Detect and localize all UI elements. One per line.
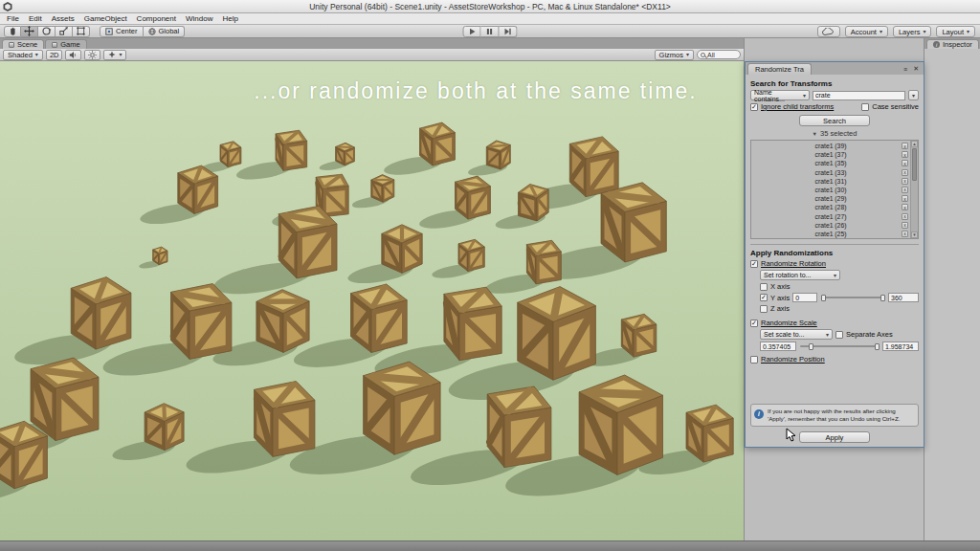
x-axis-checkbox[interactable] bbox=[760, 283, 768, 291]
filter-history-dropdown[interactable]: ▾ bbox=[908, 90, 919, 100]
layers-dropdown[interactable]: Layers▾ bbox=[893, 26, 932, 37]
menu-help[interactable]: Help bbox=[217, 13, 242, 24]
foldout-icon: ▼ bbox=[813, 131, 817, 137]
scale-min-input[interactable] bbox=[760, 342, 796, 351]
play-button[interactable] bbox=[463, 26, 481, 37]
filter-type-dropdown[interactable]: Name contains...▾ bbox=[750, 90, 810, 100]
tab-scene[interactable]: Scene bbox=[2, 39, 44, 49]
window-close-button[interactable]: ✕ bbox=[910, 63, 922, 75]
remove-result-button[interactable]: x bbox=[902, 213, 908, 220]
rotation-max-input[interactable] bbox=[888, 293, 919, 302]
scale-range-slider[interactable] bbox=[799, 342, 880, 351]
tab-game[interactable]: Game bbox=[45, 39, 86, 49]
rotation-range-slider[interactable] bbox=[820, 293, 885, 302]
remove-result-button[interactable]: x bbox=[902, 195, 908, 202]
2d-toggle-button[interactable]: 2D bbox=[46, 50, 63, 60]
result-row[interactable]: crate1 (26)x bbox=[751, 221, 910, 230]
slider-min-handle[interactable] bbox=[821, 295, 826, 301]
scroll-down-icon[interactable]: ▼ bbox=[911, 231, 918, 238]
step-button[interactable] bbox=[500, 26, 518, 37]
lighting-toggle-button[interactable] bbox=[84, 50, 100, 60]
rotate-icon bbox=[41, 26, 52, 36]
audio-toggle-button[interactable] bbox=[65, 50, 81, 60]
selected-foldout[interactable]: ▼ 35 selected bbox=[750, 129, 919, 138]
mouse-cursor bbox=[786, 428, 797, 443]
randomize-position-checkbox[interactable] bbox=[750, 356, 758, 364]
result-row[interactable]: crate1 (33)x bbox=[751, 168, 910, 177]
result-row[interactable]: crate1 (25)x bbox=[751, 230, 910, 238]
remove-result-button[interactable]: x bbox=[902, 222, 908, 229]
pause-button[interactable] bbox=[481, 26, 500, 37]
shading-mode-dropdown[interactable]: Shaded▾ bbox=[3, 50, 43, 60]
remove-result-button[interactable]: x bbox=[902, 151, 908, 158]
results-rows: crate1 (39)x crate1 (37)x crate1 (35)x c… bbox=[751, 141, 910, 238]
rotation-min-input[interactable] bbox=[792, 293, 817, 302]
separate-axes-checkbox[interactable] bbox=[835, 331, 843, 339]
scrollbar-thumb[interactable] bbox=[912, 148, 917, 181]
effects-dropdown[interactable]: ▾ bbox=[103, 50, 126, 60]
menu-gameobject[interactable]: GameObject bbox=[79, 13, 132, 24]
result-row[interactable]: crate1 (39)x bbox=[751, 142, 910, 150]
menu-component[interactable]: Component bbox=[132, 13, 181, 24]
filter-type-label: Name contains... bbox=[754, 89, 801, 102]
remove-result-button[interactable]: x bbox=[902, 187, 908, 193]
randomize-scale-checkbox[interactable]: ✓ bbox=[750, 320, 758, 327]
scroll-up-icon[interactable]: ▲ bbox=[911, 141, 918, 147]
result-row[interactable]: crate1 (37)x bbox=[751, 150, 910, 159]
window-menu-button[interactable]: ≡ bbox=[901, 63, 910, 75]
scale-mode-dropdown[interactable]: Set scale to...▾ bbox=[760, 329, 833, 340]
gizmos-dropdown[interactable]: Gizmos▾ bbox=[655, 50, 694, 60]
slider-min-handle[interactable] bbox=[809, 343, 813, 350]
chevron-down-icon: ▾ bbox=[880, 29, 882, 34]
search-button[interactable]: Search bbox=[799, 115, 870, 126]
remove-result-button[interactable]: x bbox=[902, 160, 908, 166]
slider-max-handle[interactable] bbox=[880, 295, 885, 301]
pivot-mode-button[interactable]: Center bbox=[100, 26, 144, 37]
search-section-heading: Search for Transforms bbox=[750, 79, 919, 88]
rect-tool-button[interactable] bbox=[73, 26, 90, 37]
scale-max-input[interactable] bbox=[882, 342, 919, 351]
result-row[interactable]: crate1 (35)x bbox=[751, 159, 910, 167]
hand-tool-button[interactable] bbox=[4, 26, 21, 37]
remove-result-button[interactable]: x bbox=[902, 204, 908, 210]
space-mode-button[interactable]: Global bbox=[144, 26, 186, 37]
menu-edit[interactable]: Edit bbox=[24, 13, 47, 24]
apply-button[interactable]: Apply bbox=[799, 431, 870, 443]
menu-assets[interactable]: Assets bbox=[47, 13, 79, 24]
filter-value-input[interactable] bbox=[813, 91, 905, 100]
menu-window[interactable]: Window bbox=[181, 13, 217, 24]
remove-result-button[interactable]: x bbox=[902, 169, 908, 176]
remove-result-button[interactable]: x bbox=[902, 143, 908, 149]
status-bar bbox=[0, 540, 980, 551]
randomize-window-tab[interactable]: Randomize Tra bbox=[747, 63, 812, 75]
case-sensitive-checkbox[interactable] bbox=[861, 103, 869, 111]
ignore-children-checkbox[interactable]: ✓ bbox=[750, 103, 758, 111]
z-axis-checkbox[interactable] bbox=[760, 305, 768, 313]
layout-dropdown[interactable]: Layout▾ bbox=[936, 26, 975, 37]
randomize-rotation-checkbox[interactable]: ✓ bbox=[750, 260, 758, 268]
result-row[interactable]: crate1 (29)x bbox=[751, 194, 910, 203]
rotate-tool-button[interactable] bbox=[38, 26, 56, 37]
unity-logo-icon bbox=[3, 2, 12, 11]
scale-tool-button[interactable] bbox=[56, 26, 73, 37]
rotation-mode-dropdown[interactable]: Set rotation to...▾ bbox=[760, 270, 840, 280]
tab-inspector[interactable]: iInspector bbox=[926, 39, 979, 49]
result-row[interactable]: crate1 (27)x bbox=[751, 212, 910, 221]
scene-viewport[interactable]: ...or randomize both at the same time. bbox=[0, 61, 744, 540]
playmode-controls bbox=[463, 26, 518, 37]
remove-result-button[interactable]: x bbox=[902, 231, 908, 237]
account-dropdown[interactable]: Account▾ bbox=[845, 26, 888, 37]
cloud-button[interactable] bbox=[817, 26, 840, 37]
y-axis-checkbox[interactable]: ✓ bbox=[760, 294, 768, 301]
menu-file[interactable]: File bbox=[2, 13, 24, 24]
result-row[interactable]: crate1 (30)x bbox=[751, 186, 910, 194]
result-row[interactable]: crate1 (28)x bbox=[751, 203, 910, 211]
move-tool-button[interactable] bbox=[21, 26, 38, 37]
result-row[interactable]: crate1 (31)x bbox=[751, 177, 910, 186]
scene-search-input[interactable]: All bbox=[697, 50, 741, 59]
scale-icon bbox=[58, 26, 69, 36]
gizmos-label: Gizmos bbox=[659, 51, 683, 59]
results-scrollbar[interactable]: ▲ ▼ bbox=[910, 141, 918, 238]
remove-result-button[interactable]: x bbox=[902, 178, 908, 185]
slider-max-handle[interactable] bbox=[875, 343, 880, 350]
